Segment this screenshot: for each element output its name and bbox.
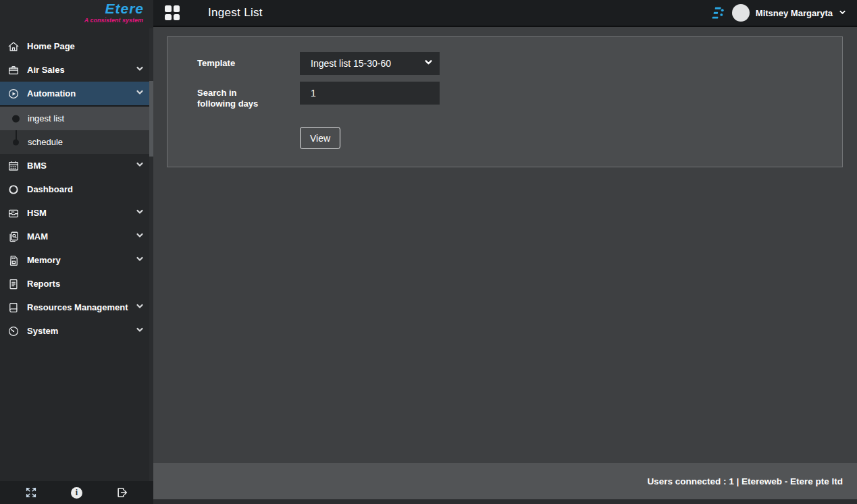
- sidebar-item-automation[interactable]: Automation: [0, 82, 153, 105]
- chevron-down-icon: [136, 88, 144, 99]
- sidebar-item-air-sales[interactable]: Air Sales: [0, 58, 153, 82]
- sidebar-item-home-page[interactable]: Home Page: [0, 34, 153, 58]
- sidebar-subitem-ingest-list[interactable]: ingest list: [0, 107, 153, 130]
- bottom-strip: [153, 499, 857, 504]
- sidebar-item-label: Home Page: [27, 41, 75, 51]
- status-text: Users connected : 1 | Etereweb - Etere p…: [647, 476, 843, 486]
- chevron-down-icon: [136, 65, 144, 75]
- sidebar-footer: i: [0, 481, 153, 504]
- sidebar-scrollbar: [149, 28, 153, 481]
- gauge-icon: [7, 325, 20, 337]
- days-row: Search in following days: [197, 82, 842, 109]
- calendar-icon: [7, 159, 20, 172]
- sidebar-item-label: Resources Management: [27, 302, 128, 312]
- home-icon: [7, 40, 20, 53]
- days-label: Search in following days: [197, 82, 300, 109]
- info-button[interactable]: i: [69, 485, 84, 500]
- fullscreen-button[interactable]: [24, 485, 38, 500]
- sidebar-item-label: Automation: [27, 88, 76, 99]
- chevron-down-icon: [136, 255, 144, 265]
- briefcase-icon: [7, 63, 20, 76]
- actions-row: View: [197, 127, 842, 149]
- user-name: Mitsney Margaryta: [756, 8, 833, 18]
- sidebar-item-mam[interactable]: MAM: [0, 225, 153, 248]
- etere-mark-icon: [709, 5, 726, 22]
- view-button[interactable]: View: [300, 127, 340, 149]
- apps-grid-icon[interactable]: [165, 5, 180, 20]
- logo-wordmark: Etere: [0, 1, 144, 17]
- ingest-filter-panel: Template Ingest list 15-30-60 Search in …: [167, 36, 843, 167]
- template-label: Template: [197, 52, 300, 75]
- logo-tagline: A consistent system: [0, 17, 144, 24]
- sidebar-item-memory[interactable]: Memory: [0, 248, 153, 272]
- sidebar-item-dashboard[interactable]: Dashboard: [0, 177, 153, 201]
- sd-card-icon: [7, 254, 20, 267]
- archive-box-icon: [7, 206, 20, 219]
- chevron-down-icon: [136, 208, 144, 218]
- chevron-down-icon: [839, 7, 846, 19]
- document-icon: [7, 277, 20, 290]
- template-select[interactable]: Ingest list 15-30-60: [300, 52, 440, 75]
- status-bar: Users connected : 1 | Etereweb - Etere p…: [153, 463, 857, 499]
- template-selected-value: Ingest list 15-30-60: [311, 58, 391, 69]
- app-window: Etere A consistent system Home Page Air …: [0, 0, 857, 504]
- automation-submenu: ingest list schedule: [0, 105, 153, 154]
- page-title: Ingest List: [208, 6, 263, 20]
- top-header: Ingest List Mitsney Marga: [153, 0, 857, 27]
- sidebar-subitem-schedule[interactable]: schedule: [0, 130, 153, 154]
- sidebar-item-bms[interactable]: BMS: [0, 154, 153, 177]
- sidebar-item-label: MAM: [27, 231, 48, 242]
- sidebar-item-label: Dashboard: [27, 184, 73, 194]
- sidebar-item-label: HSM: [27, 208, 47, 218]
- chevron-down-icon: [136, 231, 144, 242]
- media-search-icon: [7, 230, 20, 243]
- logout-button[interactable]: [115, 485, 130, 500]
- sidebar-scrollbar-thumb[interactable]: [149, 81, 153, 157]
- days-input[interactable]: [300, 82, 440, 105]
- sidebar-subitem-label: schedule: [28, 137, 63, 147]
- chevron-down-icon: [424, 58, 433, 69]
- content-area: Ingest List Mitsney Marga: [153, 0, 857, 504]
- chevron-down-icon: [136, 326, 144, 336]
- sidebar-item-label: Reports: [27, 279, 60, 289]
- sidebar-subitem-label: ingest list: [28, 113, 64, 123]
- sidebar-item-label: Air Sales: [27, 65, 65, 75]
- sidebar-item-hsm[interactable]: HSM: [0, 201, 153, 225]
- etere-logo: Etere A consistent system: [0, 0, 153, 27]
- sidebar-item-label: BMS: [27, 161, 47, 171]
- user-avatar: [732, 4, 750, 22]
- user-menu[interactable]: Mitsney Margaryta: [732, 4, 846, 22]
- book-icon: [7, 301, 20, 314]
- info-icon: i: [71, 487, 82, 499]
- sidebar-item-reports[interactable]: Reports: [0, 272, 153, 296]
- sidebar: Etere A consistent system Home Page Air …: [0, 0, 153, 504]
- sidebar-item-label: Memory: [27, 255, 61, 265]
- chevron-down-icon: [136, 161, 144, 171]
- header-right: Mitsney Margaryta: [709, 4, 846, 22]
- main-area: Template Ingest list 15-30-60 Search in …: [153, 28, 857, 463]
- sidebar-item-system[interactable]: System: [0, 319, 153, 343]
- play-circle-icon: [7, 87, 20, 100]
- sidebar-item-label: System: [27, 326, 58, 336]
- sidebar-item-resources-management[interactable]: Resources Management: [0, 296, 153, 319]
- sidebar-nav: Home Page Air Sales Automation: [0, 34, 153, 343]
- template-row: Template Ingest list 15-30-60: [197, 52, 842, 75]
- circle-icon: [7, 183, 20, 196]
- chevron-down-icon: [136, 302, 144, 312]
